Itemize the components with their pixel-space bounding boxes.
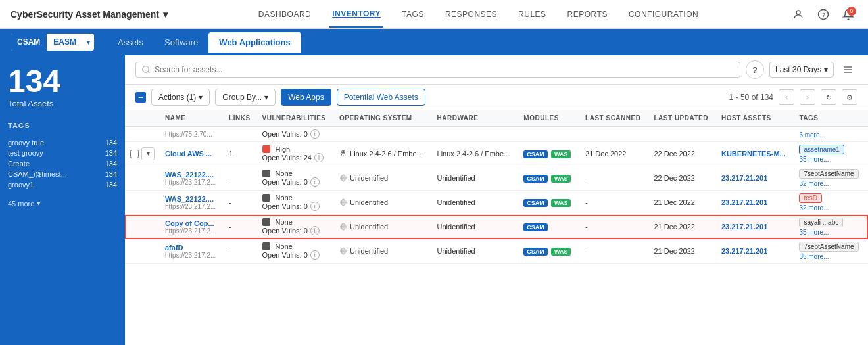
vuln-info-icon[interactable]: i bbox=[314, 153, 324, 162]
refresh-button[interactable]: ↻ bbox=[821, 89, 836, 105]
potential-assets-filter-button[interactable]: Potential Web Assets bbox=[337, 89, 425, 106]
host-asset-link[interactable]: 23.217.21.201 bbox=[721, 198, 767, 206]
sidebar-tag-row: groovy true 134 bbox=[8, 137, 117, 148]
tags-more-link[interactable]: 35 more... bbox=[799, 253, 863, 260]
table-row: https://75.2.70... Open Vulns: 0 i bbox=[125, 126, 868, 142]
table-row-highlighted: Copy of Cop... https://23.217.2... - Non… bbox=[125, 215, 868, 239]
search-input[interactable] bbox=[155, 65, 735, 74]
col-links: LINKS bbox=[224, 110, 256, 126]
col-modules: MODULES bbox=[518, 110, 580, 126]
module-was: WAS bbox=[551, 175, 571, 183]
vuln-info-icon[interactable]: i bbox=[310, 129, 320, 139]
os-icon bbox=[339, 223, 347, 231]
menu-button[interactable] bbox=[839, 60, 857, 79]
os-icon bbox=[339, 174, 347, 182]
nav-dashboard[interactable]: DASHBOARD bbox=[256, 2, 314, 27]
nav-configuration[interactable]: CONFIGURATION bbox=[626, 2, 701, 27]
tag-badge: 7septAssetName bbox=[799, 169, 858, 179]
sidebar-tag-row: test groovy 134 bbox=[8, 148, 117, 158]
asset-name-link[interactable]: Cloud AWS ... bbox=[165, 150, 212, 158]
row-checkbox[interactable] bbox=[130, 150, 139, 158]
notification-badge: 0 bbox=[847, 7, 856, 16]
table-row: WAS_22122.... https://23.217.2... - None… bbox=[125, 166, 868, 191]
help-icon-button[interactable]: ? bbox=[814, 5, 832, 24]
date-filter-arrow: ▾ bbox=[824, 65, 828, 74]
next-page-button[interactable]: › bbox=[800, 89, 815, 105]
table-row: WAS_22122.... https://23.217.2... - None… bbox=[125, 191, 868, 215]
nav-reports[interactable]: REPORTS bbox=[565, 2, 610, 27]
vuln-info-icon[interactable]: i bbox=[310, 226, 320, 235]
toggle-easm[interactable]: EASM bbox=[47, 34, 83, 51]
tags-more-link[interactable]: 35 more... bbox=[799, 229, 863, 236]
tab-web-applications[interactable]: Web Applications bbox=[208, 32, 301, 53]
col-tags: TAGS bbox=[794, 110, 868, 126]
top-nav: CyberSecurity Asset Management ▾ DASHBOA… bbox=[0, 0, 868, 29]
sidebar-tag-row: groovy1 134 bbox=[8, 179, 117, 190]
tab-software[interactable]: Software bbox=[154, 32, 208, 53]
vuln-info-icon[interactable]: i bbox=[310, 177, 320, 187]
col-hardware: HARDWARE bbox=[432, 110, 519, 126]
asset-name-link[interactable]: WAS_22122.... bbox=[165, 171, 214, 179]
app-title: CyberSecurity Asset Management ▾ bbox=[11, 9, 168, 20]
content-area: ? Last 30 Days ▾ Actions (1) ▾ Group By.… bbox=[125, 55, 868, 345]
col-os: OPERATING SYSTEM bbox=[334, 110, 431, 126]
sidebar-tags-list: groovy true 134 test groovy 134 Create 1… bbox=[8, 137, 117, 190]
host-asset-link[interactable]: KUBERNETES-M... bbox=[721, 150, 786, 158]
row-expand-button[interactable]: ▾ bbox=[141, 147, 155, 160]
host-asset-link[interactable]: 23.217.21.201 bbox=[721, 247, 767, 255]
tab-assets[interactable]: Assets bbox=[107, 32, 154, 53]
svg-point-11 bbox=[344, 151, 345, 152]
toggle-csam[interactable]: CSAM bbox=[11, 34, 47, 51]
vuln-none-badge bbox=[262, 242, 270, 250]
asset-name-link[interactable]: Copy of Cop... bbox=[165, 219, 214, 227]
sub-nav: CSAM EASM ▾ Assets Software Web Applicat… bbox=[0, 29, 868, 55]
user-icon-button[interactable] bbox=[789, 5, 808, 24]
tags-more-link[interactable]: 6 more... bbox=[799, 131, 863, 139]
nav-responses[interactable]: RESPONSES bbox=[443, 2, 500, 27]
nav-icons: ? 0 bbox=[789, 5, 857, 24]
product-toggle: CSAM EASM ▾ bbox=[11, 34, 94, 51]
module-was: WAS bbox=[551, 199, 571, 207]
vuln-info-icon[interactable]: i bbox=[310, 202, 320, 211]
total-assets-label: Total Assets bbox=[8, 99, 117, 108]
search-box[interactable] bbox=[135, 62, 740, 78]
group-by-button[interactable]: Group By... ▾ bbox=[215, 89, 276, 106]
module-csam: CSAM bbox=[523, 150, 548, 158]
prev-page-button[interactable]: ‹ bbox=[779, 89, 794, 105]
host-asset-link[interactable]: 23.217.21.201 bbox=[721, 174, 767, 182]
sidebar-more-link[interactable]: 45 more ▾ bbox=[8, 199, 117, 208]
nav-rules[interactable]: RULES bbox=[516, 2, 549, 27]
app-title-arrow[interactable]: ▾ bbox=[163, 9, 168, 20]
action-bar: Actions (1) ▾ Group By... ▾ Web Apps Pot… bbox=[125, 85, 868, 110]
nav-inventory[interactable]: INVENTORY bbox=[329, 1, 383, 28]
tags-more-link[interactable]: 35 more... bbox=[799, 156, 863, 163]
group-by-arrow: ▾ bbox=[264, 93, 268, 102]
notification-icon-button[interactable]: 0 bbox=[839, 5, 857, 24]
toolbar: ? Last 30 Days ▾ bbox=[125, 55, 868, 85]
nav-tags[interactable]: TAGS bbox=[399, 2, 427, 27]
tags-more-link[interactable]: 32 more... bbox=[799, 180, 863, 187]
total-assets-count: 134 bbox=[8, 66, 117, 97]
host-asset-link[interactable]: 23.217.21.201 bbox=[721, 223, 767, 231]
sidebar: 134 Total Assets TAGS groovy true 134 te… bbox=[0, 55, 125, 345]
svg-point-0 bbox=[796, 11, 800, 14]
table-row: afafD https://23.217.2... - None Open Vu… bbox=[125, 239, 868, 264]
vuln-info-icon[interactable]: i bbox=[310, 250, 320, 260]
col-vulnerabilities: VULNERABILITIES bbox=[257, 110, 335, 126]
svg-text:?: ? bbox=[822, 11, 826, 18]
help-circle-button[interactable]: ? bbox=[746, 60, 764, 79]
date-filter-button[interactable]: Last 30 Days ▾ bbox=[769, 62, 834, 78]
tags-more-link[interactable]: 32 more... bbox=[799, 204, 863, 212]
col-last-updated: LAST UPDATED bbox=[649, 110, 716, 126]
asset-name-link[interactable]: WAS_22122.... bbox=[165, 195, 214, 203]
toggle-arrow[interactable]: ▾ bbox=[83, 34, 94, 51]
actions-button[interactable]: Actions (1) ▾ bbox=[151, 89, 210, 106]
web-apps-filter-button[interactable]: Web Apps bbox=[281, 89, 331, 106]
vuln-none-badge bbox=[262, 218, 270, 226]
vuln-high-badge bbox=[262, 145, 270, 153]
pagination-info: 1 - 50 of 134 ‹ › ↻ ⚙ bbox=[729, 89, 857, 105]
asset-name-link[interactable]: afafD bbox=[165, 244, 183, 252]
svg-point-10 bbox=[342, 151, 343, 152]
settings-button[interactable]: ⚙ bbox=[842, 89, 857, 105]
select-all-checkbox[interactable] bbox=[135, 92, 146, 103]
